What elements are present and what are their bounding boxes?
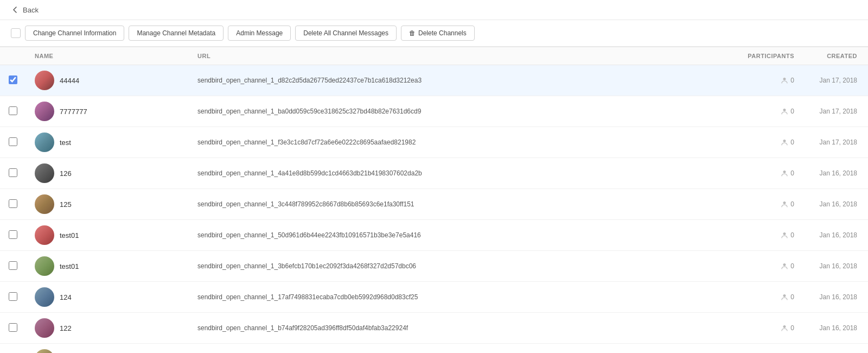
col-header-url: URL [189,47,738,65]
delete-channels-button[interactable]: 🗑 Delete Channels [401,26,475,41]
row-url-cell: sendbird_open_channel_1_17af7498831ecaba… [189,282,738,313]
table-header-row: NAME URL PARTICIPANTS CREATED [0,47,868,65]
row-checkbox[interactable] [9,75,17,84]
row-participants-cell: 0 [738,158,803,189]
channel-name: 122 [60,324,72,332]
participants-count: 0 [790,200,794,208]
table-row: 124 sendbird_open_channel_1_17af7498831e… [0,282,868,313]
participants-count: 0 [790,262,794,270]
row-name-cell: test01 [26,220,189,251]
table-row: test01 sendbird_open_channel_1_50d961d6b… [0,220,868,251]
row-url-cell: sendbird_open_channel_1_d82c2d5da26775de… [189,65,738,96]
col-header-created: CREATED [803,47,868,65]
row-name-cell: 44444 [26,65,189,96]
participants-icon [781,138,788,146]
participants-count: 0 [790,231,794,239]
table-row: 123 sendbird_open_channel_1_d803fe1bd469… [0,344,868,354]
row-checkbox-cell [0,344,26,354]
row-checkbox-cell [0,282,26,313]
avatar [35,287,54,307]
row-created-cell: Jan 17, 2018 [803,127,868,158]
manage-metadata-button[interactable]: Manage Channel Metadata [129,26,224,41]
row-created-cell: Jan 16, 2018 [803,344,868,354]
avatar [35,133,54,152]
delete-all-messages-button[interactable]: Delete All Channel Messages [295,26,397,41]
row-checkbox[interactable] [9,106,17,115]
row-checkbox[interactable] [9,292,17,301]
row-participants-cell: 0 [738,251,803,282]
participants-icon [781,293,788,301]
back-label: Back [23,6,39,14]
row-url-cell: sendbird_open_channel_1_3b6efcb170b1ec20… [189,251,738,282]
row-participants-cell: 0 [738,282,803,313]
row-participants-cell: 0 [738,189,803,220]
avatar [35,102,54,121]
row-name-cell: test01 [26,251,189,282]
table-row: test01 sendbird_open_channel_1_3b6efcb17… [0,251,868,282]
channel-name: 125 [60,200,72,209]
back-link[interactable]: Back [11,5,39,14]
row-participants-cell: 0 [738,220,803,251]
channel-name: test [60,138,71,147]
row-checkbox-cell [0,96,26,127]
back-arrow-icon [11,5,20,14]
channels-table-container: NAME URL PARTICIPANTS CREATED 44444 send… [0,47,868,353]
row-created-cell: Jan 16, 2018 [803,251,868,282]
participants-icon [781,262,788,270]
row-participants-cell: 0 [738,313,803,344]
channel-name: 44444 [60,77,79,85]
participants-icon [781,169,788,177]
participants-icon [781,231,788,239]
participants-count: 0 [790,293,794,301]
avatar [35,318,54,338]
row-checkbox[interactable] [9,230,17,239]
avatar [35,256,54,276]
col-header-check [0,47,26,65]
row-url-cell: sendbird_open_channel_1_b74af9f28205ad39… [189,313,738,344]
avatar [35,71,54,90]
row-checkbox[interactable] [9,168,17,177]
toolbar: Change Channel Information Manage Channe… [0,20,868,47]
participants-icon [781,324,788,332]
row-checkbox-cell [0,189,26,220]
row-name-cell: 126 [26,158,189,189]
row-name-cell: 122 [26,313,189,344]
row-checkbox-cell [0,65,26,96]
row-checkbox[interactable] [9,199,17,208]
channel-name: 124 [60,293,72,301]
participants-icon [781,200,788,208]
row-created-cell: Jan 17, 2018 [803,65,868,96]
table-row: 7777777 sendbird_open_channel_1_ba0dd059… [0,96,868,127]
row-checkbox-cell [0,313,26,344]
row-participants-cell: 0 [738,96,803,127]
avatar [35,225,54,245]
participants-count: 0 [790,169,794,177]
row-name-cell: 7777777 [26,96,189,127]
table-row: 44444 sendbird_open_channel_1_d82c2d5da2… [0,65,868,96]
admin-message-button[interactable]: Admin Message [228,26,291,41]
col-header-participants: PARTICIPANTS [738,47,803,65]
row-created-cell: Jan 17, 2018 [803,96,868,127]
row-checkbox-cell [0,158,26,189]
top-bar: Back [0,0,868,20]
select-all-checkbox[interactable] [11,28,21,38]
row-checkbox[interactable] [9,261,17,270]
row-checkbox[interactable] [9,323,17,332]
row-url-cell: sendbird_open_channel_1_f3e3c1c8d7cf72a6… [189,127,738,158]
change-channel-info-button[interactable]: Change Channel Information [25,26,124,41]
row-checkbox[interactable] [9,137,17,146]
row-name-cell: 124 [26,282,189,313]
channel-name: 126 [60,169,72,178]
table-row: test sendbird_open_channel_1_f3e3c1c8d7c… [0,127,868,158]
row-url-cell: sendbird_open_channel_1_d803fe1bd469916f… [189,344,738,354]
participants-count: 0 [790,324,794,332]
channel-name: test01 [60,231,79,239]
row-url-cell: sendbird_open_channel_1_ba0dd059c59ce318… [189,96,738,127]
row-checkbox-cell [0,220,26,251]
channels-table: NAME URL PARTICIPANTS CREATED 44444 send… [0,47,868,353]
row-created-cell: Jan 16, 2018 [803,158,868,189]
avatar [35,194,54,214]
channel-name: test01 [60,262,79,270]
row-created-cell: Jan 16, 2018 [803,313,868,344]
avatar [35,349,54,353]
